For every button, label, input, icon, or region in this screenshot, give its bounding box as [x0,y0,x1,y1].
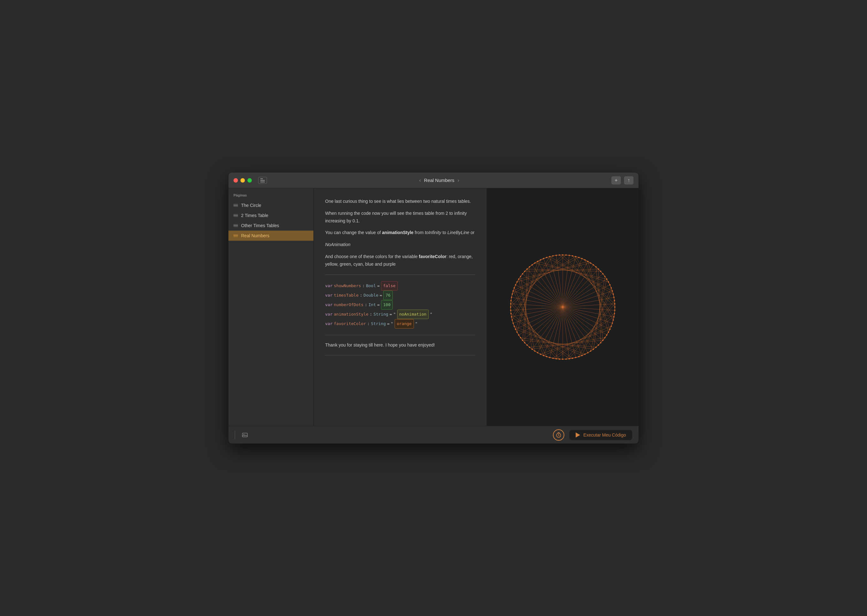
editor-area[interactable]: One last curious thing to see is what li… [314,188,487,426]
var-times-table: timesTable [334,291,358,300]
value-favorite-color[interactable]: orange [395,319,414,328]
svg-point-201 [559,254,560,256]
add-button[interactable]: + [611,176,621,184]
svg-point-167 [520,337,521,338]
page-title: Real Numbers [424,178,454,183]
svg-point-102 [562,254,563,256]
bottom-bar: Executar Meu Código [228,426,639,443]
run-button[interactable]: Executar Meu Código [570,430,632,440]
value-times-table[interactable]: 76 [383,291,393,300]
share-button[interactable]: ↑ [624,176,634,184]
next-page-button[interactable]: › [458,178,459,183]
svg-point-198 [549,256,551,257]
svg-point-190 [526,269,528,270]
svg-point-178 [510,303,511,305]
type-int: Int [368,301,376,309]
keyword-var: var [325,320,332,328]
svg-point-166 [522,339,523,341]
svg-point-161 [534,350,535,352]
svg-point-121 [611,287,612,288]
svg-point-175 [510,313,511,314]
svg-point-165 [524,342,526,343]
divider-1 [325,275,475,275]
svg-point-125 [614,300,615,301]
svg-point-150 [569,358,570,360]
sidebar-item-label: Other Times Tables [241,223,279,228]
svg-point-162 [532,349,533,350]
code-line-4: var animationStyle : String = "noAnimati… [325,310,475,319]
svg-point-139 [600,342,601,343]
svg-point-119 [608,281,609,283]
svg-point-110 [587,261,588,262]
circle-visualization [503,247,623,367]
svg-point-189 [524,271,526,272]
svg-point-156 [549,357,551,358]
sidebar-item-2-times-table[interactable]: 2 Times Table [228,211,313,220]
svg-point-118 [606,279,607,280]
svg-point-112 [593,264,594,266]
svg-point-138 [602,339,604,341]
svg-point-153 [559,358,560,360]
maximize-button[interactable] [247,178,252,182]
image-icon-button[interactable] [240,430,250,440]
svg-point-131 [613,319,614,321]
svg-point-163 [529,347,530,348]
svg-point-194 [537,261,538,262]
preview-panel [487,188,639,426]
svg-point-155 [552,358,554,359]
var-show-numbers: showNumbers [334,282,361,290]
svg-point-199 [552,255,554,256]
sidebar-item-other-times-tables[interactable]: Other Times Tables [228,220,313,231]
svg-point-103 [565,254,566,256]
svg-point-195 [540,259,541,261]
svg-point-109 [584,259,585,261]
page-icon [233,224,238,227]
page-icon [233,234,238,237]
prev-page-button[interactable]: ‹ [419,178,421,183]
svg-point-104 [569,255,570,256]
svg-point-164 [526,344,528,346]
svg-point-171 [514,326,515,327]
paragraph-2: When running the code now you will see t… [325,210,475,225]
svg-point-154 [555,358,557,360]
svg-point-141 [595,347,596,348]
value-show-numbers[interactable]: false [381,281,398,291]
svg-point-122 [612,290,613,292]
svg-point-170 [515,328,516,330]
svg-point-184 [515,284,516,286]
svg-point-145 [584,354,585,355]
svg-point-172 [513,322,514,324]
page-icon [233,214,238,217]
svg-point-176 [510,310,511,311]
svg-point-152 [562,358,563,360]
value-animation-style[interactable]: noAnimation [397,310,429,319]
svg-point-181 [511,294,513,295]
svg-point-108 [581,258,583,259]
svg-point-159 [540,354,541,355]
titlebar-center: ‹ Real Numbers › [267,178,611,183]
svg-point-136 [606,334,607,335]
svg-point-116 [602,273,604,275]
bottom-right: Executar Meu Código [553,429,632,441]
code-line-3: var numberOfDots : Int = 100 [325,300,475,310]
paragraph-1: One last curious thing to see is what li… [325,198,475,205]
svg-point-115 [600,271,601,272]
svg-point-140 [598,344,599,346]
minimize-button[interactable] [241,178,245,182]
sidebar-section-label: Páginas [228,193,313,200]
type-string-2: String [371,320,386,328]
sidebar: Páginas The Circle 2 Times Table Other T… [228,188,314,426]
svg-point-196 [543,258,544,259]
svg-point-127 [614,306,615,308]
value-num-dots[interactable]: 100 [381,300,393,310]
svg-point-157 [546,356,547,357]
svg-point-187 [520,276,521,277]
svg-point-135 [608,332,609,333]
play-icon [576,432,580,437]
sidebar-item-the-circle[interactable]: The Circle [228,200,313,211]
sidebar-item-real-numbers[interactable]: Real Numbers [228,231,313,241]
paragraph-3: You can change the value of animationSty… [325,229,475,237]
close-button[interactable] [233,178,238,182]
type-bool: Bool [366,282,376,290]
sidebar-toggle-button[interactable] [258,177,267,184]
